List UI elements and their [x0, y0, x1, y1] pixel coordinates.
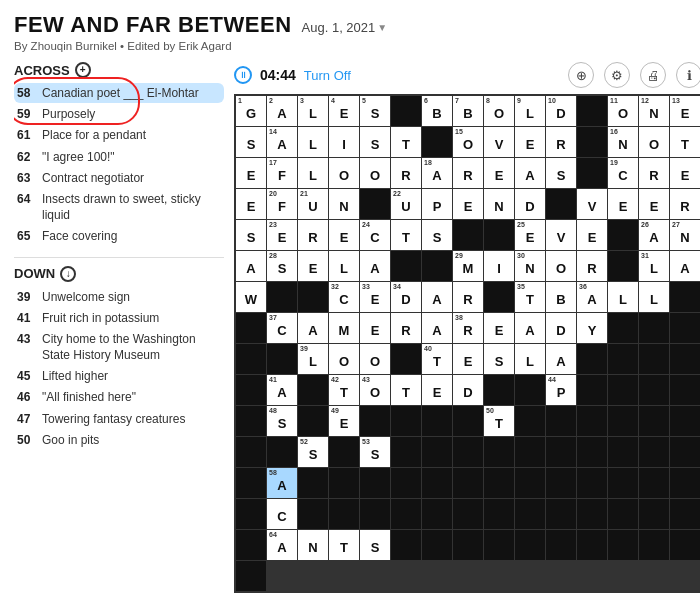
cell-5-12[interactable]: 31L — [639, 251, 669, 281]
cell-7-1[interactable]: A — [298, 313, 328, 343]
clue-down-45[interactable]: 45 Lifted higher — [14, 366, 224, 386]
cell-5-3[interactable]: A — [360, 251, 390, 281]
cell-3-13[interactable]: R — [670, 189, 700, 219]
cell-4-14[interactable]: A — [236, 251, 266, 281]
cell-1-11[interactable]: 16N — [608, 127, 638, 157]
clue-across-63[interactable]: 63 Contract negotiator — [14, 168, 224, 188]
clue-down-47[interactable]: 47 Towering fantasy creatures — [14, 409, 224, 429]
cell-3-11[interactable]: E — [608, 189, 638, 219]
cell-8-9[interactable]: A — [546, 344, 576, 374]
cell-1-8[interactable]: E — [515, 127, 545, 157]
cell-5-10[interactable]: R — [577, 251, 607, 281]
clue-down-41[interactable]: 41 Fruit rich in potassium — [14, 308, 224, 328]
cell-7-5[interactable]: A — [422, 313, 452, 343]
cell-7-7[interactable]: E — [484, 313, 514, 343]
cell-3-7[interactable]: N — [484, 189, 514, 219]
cell-2-0[interactable]: 17F — [267, 158, 297, 188]
cell-2-6[interactable]: R — [453, 158, 483, 188]
clue-across-62[interactable]: 62 "I agree 100!" — [14, 147, 224, 167]
cell-3-2[interactable]: N — [329, 189, 359, 219]
cell-4-5[interactable]: S — [422, 220, 452, 250]
cell-2-1[interactable]: L — [298, 158, 328, 188]
cell-6-11[interactable]: L — [608, 282, 638, 312]
clue-across-58[interactable]: 58 Canadian poet ___ El-Mohtar — [14, 83, 224, 103]
cell-7-9[interactable]: D — [546, 313, 576, 343]
cell-1-2[interactable]: I — [329, 127, 359, 157]
cell-4-9[interactable]: V — [546, 220, 576, 250]
cell-4-8[interactable]: 25E — [515, 220, 545, 250]
cell-5-9[interactable]: O — [546, 251, 576, 281]
gear-button[interactable]: ⚙ — [604, 62, 630, 88]
pause-button[interactable]: ⏸ — [234, 66, 252, 84]
clue-across-59[interactable]: 59 Purposely — [14, 104, 224, 124]
cell-0-6[interactable]: 6B — [422, 96, 452, 126]
cell-14-3[interactable]: S — [360, 530, 390, 560]
cell-2-2[interactable]: O — [329, 158, 359, 188]
cell-6-10[interactable]: 36A — [577, 282, 607, 312]
clue-down-50[interactable]: 50 Goo in pits — [14, 430, 224, 450]
cell-0-2[interactable]: 3L — [298, 96, 328, 126]
cell-0-9[interactable]: 9L — [515, 96, 545, 126]
cell-6-5[interactable]: A — [422, 282, 452, 312]
cell-3-4[interactable]: 22U — [391, 189, 421, 219]
cell-3-14[interactable]: S — [236, 220, 266, 250]
cell-12-0[interactable]: 58A — [267, 468, 297, 498]
cell-9-9[interactable]: 44P — [546, 375, 576, 405]
clue-across-65[interactable]: 65 Face covering — [14, 226, 224, 246]
cell-5-7[interactable]: I — [484, 251, 514, 281]
cell-1-4[interactable]: T — [391, 127, 421, 157]
cell-3-8[interactable]: D — [515, 189, 545, 219]
cell-1-3[interactable]: S — [360, 127, 390, 157]
info-button[interactable]: ℹ — [676, 62, 700, 88]
cell-0-4[interactable]: 5S — [360, 96, 390, 126]
cell-9-0[interactable]: 41A — [267, 375, 297, 405]
cell-0-13[interactable]: 12N — [639, 96, 669, 126]
cell-4-4[interactable]: T — [391, 220, 421, 250]
cell-3-6[interactable]: E — [453, 189, 483, 219]
cell-5-1[interactable]: E — [298, 251, 328, 281]
cell-0-3[interactable]: 4E — [329, 96, 359, 126]
cell-0-1[interactable]: 2A — [267, 96, 297, 126]
cell-1-6[interactable]: 15O — [453, 127, 483, 157]
cell-3-5[interactable]: P — [422, 189, 452, 219]
cell-2-14[interactable]: E — [236, 189, 266, 219]
cell-7-0[interactable]: 37C — [267, 313, 297, 343]
cell-6-4[interactable]: 34D — [391, 282, 421, 312]
cell-0-12[interactable]: 11O — [608, 96, 638, 126]
cell-0-8[interactable]: 8O — [484, 96, 514, 126]
cell-6-2[interactable]: 32C — [329, 282, 359, 312]
cell-7-6[interactable]: 38R — [453, 313, 483, 343]
cell-7-8[interactable]: A — [515, 313, 545, 343]
cell-5-2[interactable]: L — [329, 251, 359, 281]
cell-1-0[interactable]: 14A — [267, 127, 297, 157]
clue-down-43[interactable]: 43 City home to the Washington State His… — [14, 329, 224, 365]
cell-8-7[interactable]: S — [484, 344, 514, 374]
cell-8-6[interactable]: E — [453, 344, 483, 374]
cell-3-12[interactable]: E — [639, 189, 669, 219]
cell-7-4[interactable]: R — [391, 313, 421, 343]
cell-8-2[interactable]: O — [329, 344, 359, 374]
print-button[interactable]: 🖨 — [640, 62, 666, 88]
crossword-grid[interactable]: 1G2A3L4E5S6B7B8O9L10D11O12N13ES14ALIST15… — [234, 94, 700, 593]
cell-2-3[interactable]: O — [360, 158, 390, 188]
cell-14-1[interactable]: N — [298, 530, 328, 560]
cell-1-14[interactable]: E — [236, 158, 266, 188]
cell-0-15[interactable]: S — [236, 127, 266, 157]
cell-6-12[interactable]: L — [639, 282, 669, 312]
cell-2-7[interactable]: E — [484, 158, 514, 188]
cell-9-4[interactable]: T — [391, 375, 421, 405]
clue-across-64[interactable]: 64 Insects drawn to sweet, sticky liquid — [14, 189, 224, 225]
cell-5-6[interactable]: 29M — [453, 251, 483, 281]
turn-off-button[interactable]: Turn Off — [304, 68, 351, 83]
cell-14-2[interactable]: T — [329, 530, 359, 560]
cell-2-12[interactable]: R — [639, 158, 669, 188]
cell-9-2[interactable]: 42T — [329, 375, 359, 405]
cell-0-14[interactable]: 13E — [670, 96, 700, 126]
cell-7-10[interactable]: Y — [577, 313, 607, 343]
cell-9-6[interactable]: D — [453, 375, 483, 405]
cell-4-3[interactable]: 24C — [360, 220, 390, 250]
cell-14-0[interactable]: 64A — [267, 530, 297, 560]
cell-5-8[interactable]: 30N — [515, 251, 545, 281]
cell-11-1[interactable]: 52S — [298, 437, 328, 467]
cell-9-5[interactable]: E — [422, 375, 452, 405]
